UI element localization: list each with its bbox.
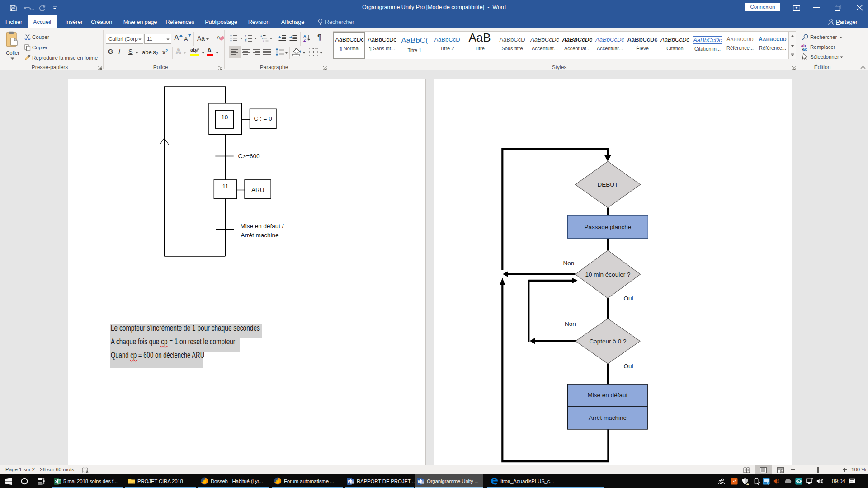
svg-text:Arrêt machine: Arrêt machine bbox=[241, 232, 278, 239]
svg-text:Mise en défaut /: Mise en défaut / bbox=[240, 223, 283, 230]
svg-text:ARU: ARU bbox=[251, 187, 264, 193]
svg-text:Oui: Oui bbox=[623, 363, 633, 370]
svg-text:X: X bbox=[55, 479, 58, 484]
svg-text:11: 11 bbox=[222, 183, 229, 190]
svg-text:W: W bbox=[348, 479, 352, 484]
svg-text:W: W bbox=[418, 479, 422, 484]
svg-text:10: 10 bbox=[221, 114, 228, 121]
svg-text:Arrêt machine: Arrêt machine bbox=[589, 414, 627, 421]
svg-text:C>=600: C>=600 bbox=[238, 153, 260, 160]
svg-text:Passage planche: Passage planche bbox=[585, 224, 632, 230]
svg-text:C : = 0: C : = 0 bbox=[254, 115, 272, 122]
svg-text:!: ! bbox=[747, 483, 747, 485]
svg-text:Mise en défaut: Mise en défaut bbox=[588, 392, 628, 399]
svg-text:Non: Non bbox=[565, 320, 576, 327]
svg-text:Oui: Oui bbox=[623, 295, 633, 302]
svg-text:DEBUT: DEBUT bbox=[598, 181, 618, 188]
svg-text:Non: Non bbox=[563, 260, 575, 267]
svg-text:10 min écouler ?: 10 min écouler ? bbox=[585, 271, 631, 278]
svg-text:Capteur à 0 ?: Capteur à 0 ? bbox=[590, 338, 627, 345]
